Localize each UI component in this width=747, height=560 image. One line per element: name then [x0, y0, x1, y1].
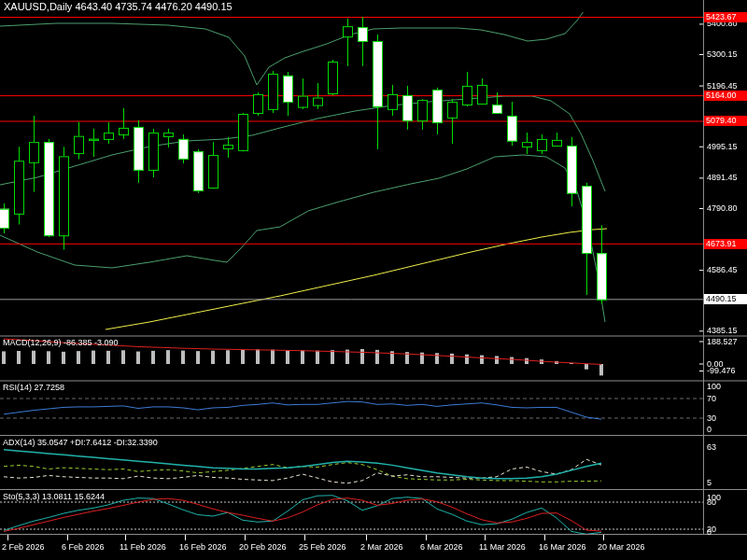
adx-axis-label: 5 [707, 478, 712, 488]
date-label: 6 Feb 2026 [62, 542, 105, 552]
price-axis-label: 4891.45 [707, 173, 738, 183]
rsi-axis-label: 100 [707, 382, 721, 392]
date-label: 2 Mar 2026 [360, 542, 403, 552]
rsi-axis-label: 0 [707, 425, 712, 435]
price-axis-label: 5300.15 [707, 49, 738, 60]
date-label: 11 Feb 2026 [120, 542, 166, 552]
rsi-axis-label: 30 [707, 413, 716, 424]
current-price-badge: 4490.15 [704, 294, 747, 304]
macd-axis-label: -99.476 [707, 366, 736, 376]
price-axis-label: 4790.80 [707, 203, 738, 214]
date-label: 2 Feb 2026 [2, 542, 45, 552]
macd-axis-label: 188.527 [707, 337, 738, 347]
date-label: 20 Feb 2026 [239, 542, 287, 552]
date-label: 16 Mar 2026 [539, 542, 586, 552]
price-level-badge: 5423.67 [704, 12, 747, 22]
price-axis-label: 4586.45 [707, 265, 738, 275]
date-label: 6 Mar 2026 [420, 542, 463, 552]
price-axis-label: 4385.15 [707, 326, 738, 336]
sto-axis-label: 80 [707, 497, 716, 508]
chart-title: XAUUSD,Daily 4643.40 4735.74 4476.20 449… [4, 1, 233, 12]
adx-label: ADX(14) 35.0547 +DI:7.6412 -DI:32.3390 [3, 438, 158, 448]
adx-axis-label: 63 [707, 442, 716, 453]
mt4-chart-window: XAUUSD,Daily 4643.40 4735.74 4476.20 449… [0, 0, 747, 560]
date-label: 20 Mar 2026 [598, 542, 645, 552]
chart-canvas[interactable] [0, 0, 747, 560]
date-label: 16 Feb 2026 [179, 542, 227, 552]
date-label: 11 Mar 2026 [479, 542, 526, 552]
macd-label: MACD(12,26,9) -86.385 -3.090 [3, 338, 119, 348]
rsi-label: RSI(14) 27.7258 [3, 383, 64, 393]
price-level-badge: 5164.00 [704, 91, 747, 101]
price-axis-label: 4995.15 [707, 142, 738, 152]
date-label: 25 Feb 2026 [299, 542, 346, 552]
price-level-badge: 5079.40 [704, 116, 747, 126]
price-level-badge: 4673.91 [704, 239, 747, 249]
sto-label: Sto(5,3,3) 13.0811 15.6244 [3, 492, 105, 502]
rsi-axis-label: 70 [707, 394, 716, 404]
price-axis-label: 5196.45 [707, 81, 738, 91]
sto-axis-label: 0 [707, 527, 712, 538]
